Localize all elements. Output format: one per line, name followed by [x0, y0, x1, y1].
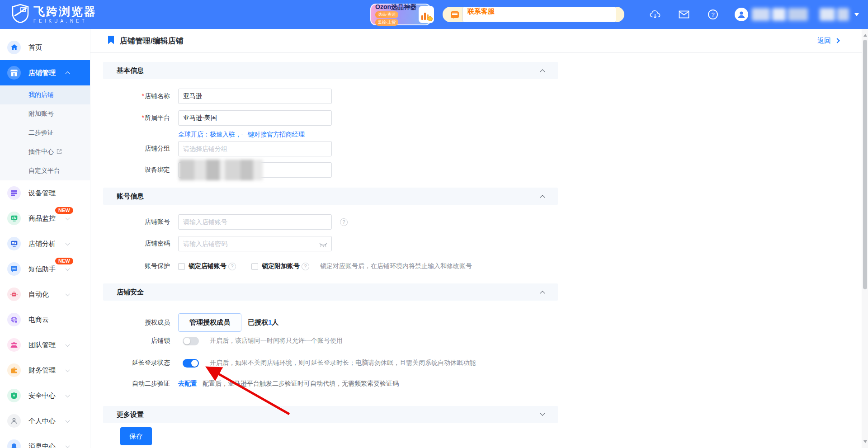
mail-icon[interactable] [679, 9, 689, 20]
lock-extra-account-label[interactable]: 锁定附加账号 [262, 262, 300, 270]
vertical-scrollbar[interactable] [862, 29, 868, 448]
chevron-down-icon [66, 393, 70, 397]
sidebar-item-finance-management[interactable]: 财务管理 [0, 358, 90, 383]
store-lock-toggle[interactable] [183, 337, 199, 345]
save-button[interactable]: 保存 [120, 427, 152, 445]
sidebar-item-label: 短信助手 [28, 265, 56, 274]
store-lock-row: 店铺锁 开启后，该店铺同一时间将只允许一个账号使用 [103, 336, 558, 346]
chevron-down-icon [66, 443, 70, 448]
sidebar-item-store-management[interactable]: 店铺管理 [0, 60, 90, 85]
section-account-info[interactable]: 账号信息 [103, 188, 558, 205]
manage-members-button[interactable]: 管理授权成员 [178, 313, 241, 332]
lock-store-account-label[interactable]: 锁定店铺账号 [189, 262, 226, 270]
sidebar-item-label: 安全中心 [28, 391, 56, 400]
sidebar-item-label: 消息中心 [28, 442, 56, 448]
scroll-down-arrow[interactable] [863, 440, 867, 445]
sidebar-item-sms-assistant[interactable]: SMS 短信助手 NEW [0, 256, 90, 282]
device-binding-row: 设备绑定 [103, 162, 558, 178]
collapse-icon[interactable] [540, 195, 545, 200]
eye-closed-icon[interactable] [319, 241, 327, 250]
help-circle-icon[interactable]: ? [302, 263, 309, 270]
collapse-icon[interactable] [540, 69, 545, 74]
sidebar-item-security-center[interactable]: 安全中心 [0, 383, 90, 408]
app-logo[interactable]: 飞跨浏览器 FEIKUA.NET [12, 4, 97, 25]
sidebar-item-product-monitor[interactable]: 商品监控 NEW [0, 206, 90, 231]
sms-icon: SMS [7, 262, 21, 276]
sidebar: 首页 店铺管理 我的店铺 附加账号 二步验证 插件中心 自定义平台 [0, 29, 90, 448]
sidebar-subitem-custom-platform[interactable]: 自定义平台 [0, 161, 90, 180]
extend-login-note: 开启后，如果不关闭店铺环境，则可延长登录时长；电脑请勿休眠，且需关闭系统自动休眠… [210, 359, 476, 367]
help-circle-icon[interactable]: ? [228, 263, 236, 270]
ecommerce-cloud-icon [7, 313, 21, 326]
help-icon[interactable]: ? [708, 9, 718, 20]
store-lock-note: 开启后，该店铺同一时间将只允许一个账号使用 [210, 337, 343, 345]
sidebar-subitem-extra-accounts[interactable]: 附加账号 [0, 104, 90, 123]
platform-input[interactable] [178, 110, 332, 126]
cloud-download-icon[interactable] [650, 9, 660, 20]
sidebar-item-label: 财务管理 [28, 366, 56, 375]
configure-otp-link[interactable]: 去配置 [178, 380, 197, 388]
sidebar-item-personal-center[interactable]: 个人中心 [0, 408, 90, 434]
svg-text:SMS: SMS [12, 267, 16, 269]
extend-login-label: 延长登录状态 [103, 359, 170, 367]
avatar [735, 8, 748, 21]
sidebar-item-label: 店铺管理 [28, 69, 56, 77]
ozon-chart-icon [419, 6, 434, 23]
app-header: 飞跨浏览器 FEIKUA.NET Ozon选品神器 选品·查词 监控·上货 联系… [0, 0, 868, 29]
extend-login-row: 延长登录状态 开启后，如果不关闭店铺环境，则可延长登录时长；电脑请勿休眠，且需关… [103, 358, 558, 368]
section-title: 账号信息 [117, 192, 144, 201]
sidebar-subitem-my-stores[interactable]: 我的店铺 [0, 85, 90, 104]
scroll-up-arrow[interactable] [863, 32, 867, 37]
ozon-tag-1: 选品·查词 [375, 11, 398, 18]
scrollbar-thumb[interactable] [863, 40, 867, 289]
sidebar-subitem-plugin-center[interactable]: 插件中心 [0, 142, 90, 161]
chat-icon [451, 11, 459, 18]
platform-row: *所属平台 [103, 110, 558, 126]
back-link[interactable]: 返回 [817, 37, 839, 45]
team-icon [7, 338, 21, 352]
chevron-down-icon [66, 342, 70, 347]
sidebar-subitem-two-step[interactable]: 二步验证 [0, 123, 90, 142]
sidebar-item-home[interactable]: 首页 [0, 35, 90, 60]
section-store-security[interactable]: 店铺安全 [103, 283, 558, 301]
sidebar-item-label: 设备管理 [28, 189, 56, 198]
store-icon [7, 66, 21, 80]
sidebar-item-label: 首页 [28, 43, 42, 52]
device-icon [7, 186, 21, 200]
sidebar-item-label: 电商云 [28, 316, 49, 324]
user-menu[interactable] [735, 8, 859, 21]
sidebar-item-store-analytics[interactable]: 店铺分析 [0, 231, 90, 256]
section-basic-info[interactable]: 基本信息 [103, 62, 558, 79]
lock-extra-account-checkbox[interactable] [251, 263, 258, 270]
sidebar-item-label: 商品监控 [28, 214, 56, 223]
extend-login-toggle[interactable] [183, 359, 199, 368]
expand-icon[interactable] [540, 411, 545, 416]
sidebar-item-ecommerce-cloud[interactable]: 电商云 [0, 307, 90, 332]
account-protect-row: 账号保护 锁定店铺账号 ? 锁定附加账号 ? 锁定对应账号后，在店铺环境内将禁止… [103, 260, 558, 272]
ozon-promo-badge[interactable]: Ozon选品神器 选品·查词 监控·上货 [370, 4, 431, 25]
store-group-row: 店铺分组 [103, 141, 558, 156]
sidebar-item-automation[interactable]: 自动化 [0, 282, 90, 307]
lock-store-account-checkbox[interactable] [178, 263, 185, 270]
sidebar-item-label: 团队管理 [28, 341, 56, 349]
store-management-submenu: 我的店铺 附加账号 二步验证 插件中心 自定义平台 [0, 85, 90, 180]
store-password-input[interactable] [178, 236, 332, 251]
sidebar-item-device-management[interactable]: 设备管理 [0, 180, 90, 206]
platform-label: *所属平台 [103, 114, 170, 122]
contact-support-button[interactable]: 联系客服 [443, 7, 624, 22]
store-group-select[interactable] [178, 141, 332, 156]
store-password-row: 店铺密码 [103, 236, 558, 251]
store-name-input[interactable] [178, 89, 332, 104]
section-more-settings[interactable]: 更多设置 [103, 406, 558, 423]
sidebar-item-team-management[interactable]: 团队管理 [0, 332, 90, 358]
required-mark: * [142, 114, 144, 121]
global-store-link[interactable]: 全球开店：极速入驻，一键对接官方招商经理 [178, 131, 305, 139]
collapse-icon[interactable] [540, 291, 545, 296]
product-monitor-icon [7, 212, 21, 225]
sidebar-item-message-center[interactable]: 消息中心 [0, 434, 90, 448]
help-circle-icon[interactable]: ? [340, 218, 348, 226]
logo-shield-icon [12, 4, 29, 25]
breadcrumb: 店铺管理/编辑店铺 [120, 36, 184, 46]
chevron-down-icon [854, 13, 859, 19]
store-account-input[interactable] [178, 214, 332, 230]
